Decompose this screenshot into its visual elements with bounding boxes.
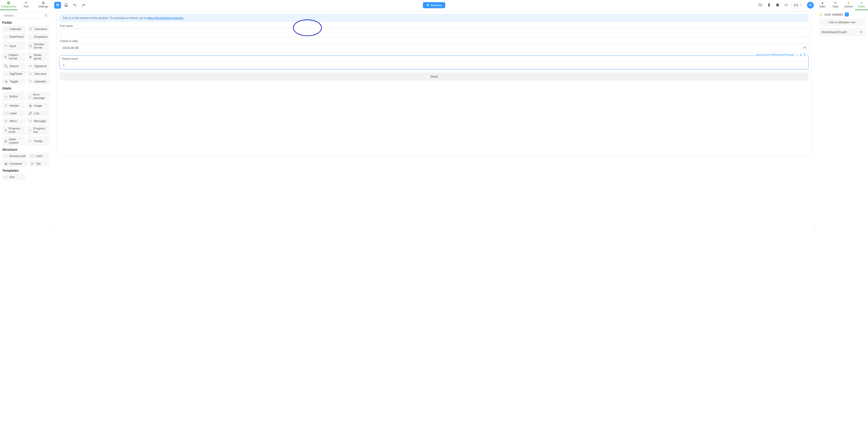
form-canvas[interactable]: This is a trial version of the product. … <box>57 11 811 156</box>
redo-button[interactable] <box>80 2 87 8</box>
validation-rule-item[interactable]: checkGuestCount ✕ <box>819 28 865 36</box>
tab-style[interactable]: ✎ Style <box>829 0 842 10</box>
guest-count-input[interactable] <box>60 61 808 69</box>
palette-item-label: DatePicker <box>9 35 24 38</box>
viewport-mobile-button[interactable] <box>774 2 781 8</box>
palette-search[interactable] <box>2 12 50 18</box>
tab-actions[interactable]: ⚡ Actions <box>842 0 855 10</box>
palette-item-slot[interactable]: ‹›Slot <box>2 174 25 180</box>
palette-item-menu[interactable]: ≡Menu <box>2 118 25 124</box>
palette-item-radio-group[interactable]: ◉Radio group <box>27 52 50 61</box>
palette-item-checkbox[interactable]: ☑Checkbox <box>27 26 50 32</box>
palette-item-card[interactable]: ▢Card <box>29 153 50 159</box>
language-label: EN <box>794 3 798 7</box>
checkin-label: Check-in date <box>60 39 808 43</box>
palette-item-progress-line[interactable]: —Progress line <box>27 125 50 135</box>
palette-item-toggle[interactable]: ◑Toggle <box>2 78 26 85</box>
palette-item-number-format[interactable]: 25Number format <box>27 41 50 51</box>
tab-components[interactable]: Components <box>0 0 18 10</box>
tree-icon <box>24 1 28 4</box>
palette-item-progress-circle[interactable]: ◔Progress circle <box>2 125 25 135</box>
palette-item-tab[interactable]: ⧉Tab <box>29 160 50 167</box>
palette-item-message[interactable]: 🗨Message <box>27 118 50 124</box>
palette-item-breadcrumb[interactable]: ››Breadcrumb <box>2 153 27 159</box>
palette-item-image[interactable]: ▣Image <box>27 102 50 109</box>
palette-item-tooltip[interactable]: ?Tooltip <box>27 136 50 146</box>
send-button[interactable]: Send <box>59 72 809 81</box>
palette-item-input[interactable]: ✎Input <box>2 41 26 51</box>
add-icon[interactable]: ＋ <box>796 53 798 57</box>
chevron-right-icon: › <box>814 227 815 231</box>
wand-icon: ✨ <box>819 13 823 16</box>
delete-icon[interactable] <box>803 53 806 57</box>
right-mode-tabs: ● Main ✎ Style ⚡ Actions ✔ Rules <box>816 0 868 10</box>
palette-item-datepicker[interactable]: ‹›DatePicker <box>2 33 26 40</box>
palette-item-container[interactable]: ▣Container <box>2 160 27 167</box>
palette-item-text-area[interactable]: ≡Text area <box>27 70 50 77</box>
tab-tree[interactable]: Tree <box>18 0 35 10</box>
palette-item-label: Menu <box>9 119 17 123</box>
svg-point-10 <box>45 14 47 16</box>
redo-icon <box>82 3 85 7</box>
palette-item-tagpicker[interactable]: ‹›TagPicker <box>2 70 26 77</box>
undo-button[interactable] <box>71 2 78 8</box>
save-button[interactable] <box>63 2 70 8</box>
pen-icon: ✎ <box>834 1 837 4</box>
tab-rules[interactable]: ✔ Rules <box>855 0 868 10</box>
code-view-button[interactable] <box>783 2 789 8</box>
number-format-icon: 25 <box>29 44 32 48</box>
selection-caption: guestCount (RsNumberFormat) <box>756 53 794 57</box>
language-select[interactable]: EN <box>792 2 805 8</box>
viewport-tablet-button[interactable] <box>766 2 772 8</box>
palette-item-pattern-format[interactable]: ⊞Pattern format <box>2 52 26 61</box>
palette-item-search[interactable]: 🔍Search <box>2 63 26 69</box>
remove-rule-icon[interactable]: ✕ <box>860 30 863 34</box>
search-input[interactable] <box>4 14 44 17</box>
palette-item-label: Progress line <box>33 127 48 133</box>
palette-item-label: Text area <box>34 72 46 75</box>
signature-icon: ✒ <box>29 64 33 68</box>
auto-validate-checkbox[interactable] <box>845 12 849 17</box>
trial-link[interactable]: https://formengine.io/pricing <box>147 16 183 20</box>
viewport-desktop-button[interactable] <box>757 2 764 8</box>
collapse-right-handle[interactable]: › <box>813 10 816 448</box>
text-area-icon: ≡ <box>29 72 33 75</box>
palette-item-calendar[interactable]: ‹›Calendar <box>2 26 26 32</box>
palette-item-link[interactable]: 🔗Link <box>27 110 50 116</box>
checkin-input[interactable] <box>59 43 809 52</box>
image-icon: ▣ <box>29 104 32 107</box>
palette-item-button[interactable]: ▭Button <box>2 92 25 101</box>
global-settings-button[interactable] <box>807 2 814 8</box>
tab-main[interactable]: ● Main <box>816 0 829 10</box>
tab-settings[interactable]: Settings <box>35 0 52 10</box>
message-icon: 🗨 <box>29 119 32 123</box>
add-validation-rule-button[interactable]: Add a validation rule <box>819 19 865 26</box>
palette-item-label: Signature <box>34 64 47 68</box>
mobile-icon <box>776 3 779 7</box>
preview-button[interactable]: Preview <box>423 2 445 8</box>
palette-item-label: Calendar <box>9 27 22 31</box>
tab-label: Tree <box>23 5 29 8</box>
search-icon: 🔍 <box>4 64 8 68</box>
palette-item-label[interactable]: ◻Label <box>2 110 25 116</box>
collapse-left-handle[interactable]: ‹ <box>52 10 55 448</box>
progress-circle-icon: ◔ <box>4 129 7 132</box>
palette-item-label: Input <box>9 44 16 48</box>
palette-item-label: Breadcrumb <box>9 154 26 158</box>
tab-label: Settings <box>38 5 48 8</box>
menu-toggle-button[interactable] <box>54 2 61 8</box>
full-name-input[interactable] <box>59 29 809 37</box>
uploader-icon: ⤒ <box>29 80 33 83</box>
selected-guest-count-field[interactable]: guestCount (RsNumberFormat) ＋ ⧉ Guest co… <box>59 55 809 69</box>
palette-item-error-message[interactable]: △Error message <box>27 92 50 101</box>
progress-line-icon: — <box>29 129 32 132</box>
duplicate-icon[interactable]: ⧉ <box>800 53 802 57</box>
tab-label: Main <box>819 5 826 8</box>
palette-item-static-content[interactable]: ▤Static content <box>2 136 25 146</box>
palette-item-header[interactable]: THeader <box>2 102 25 109</box>
palette-group-title: Static <box>2 86 50 90</box>
dropdown-icon: ⌄ <box>29 35 33 38</box>
palette-item-dropdown[interactable]: ⌄Dropdown <box>27 33 50 40</box>
palette-item-uploader[interactable]: ⤒Uploader <box>27 78 50 85</box>
palette-item-signature[interactable]: ✒Signature <box>27 63 50 69</box>
